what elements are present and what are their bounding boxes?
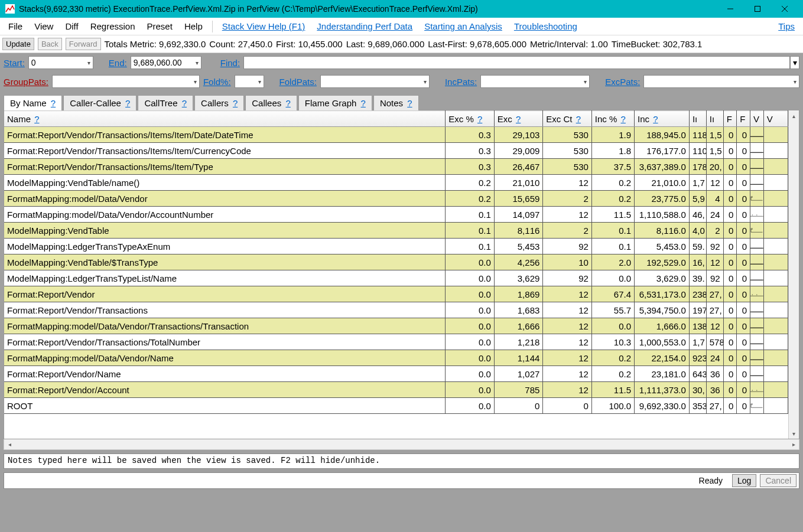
table-row[interactable]: ModelMapping:VendTable/$TransType0.04,25… bbox=[4, 254, 788, 270]
start-label[interactable]: Start: bbox=[4, 58, 25, 68]
table-row[interactable]: ModelMapping:LedgerTransTypeList/Name0.0… bbox=[4, 270, 788, 286]
cell-inc: 6,531,173.0 bbox=[635, 286, 690, 302]
menu-help[interactable]: Help bbox=[180, 19, 207, 34]
menu-view[interactable]: View bbox=[30, 19, 58, 34]
horizontal-scrollbar[interactable]: ◂ ▸ bbox=[4, 439, 799, 450]
table-row[interactable]: ModelMapping:LedgerTransTypeAxEnum0.15,4… bbox=[4, 239, 788, 254]
tab-callees[interactable]: Callees ? bbox=[245, 95, 297, 110]
end-label[interactable]: End: bbox=[109, 58, 127, 68]
table-row[interactable]: Format:Report/Vendor/Account0.07851211.5… bbox=[4, 382, 788, 398]
cell-exc-pct: 0.2 bbox=[446, 175, 495, 191]
tab-caller-callee[interactable]: Caller-Callee ? bbox=[63, 95, 136, 110]
cell-c7: 5,9 bbox=[689, 191, 706, 207]
table-row[interactable]: FormatMapping:model/Data/Vendor/AccountN… bbox=[4, 207, 788, 223]
maximize-button[interactable] bbox=[744, 0, 771, 18]
cell-name: ModelMapping:VendTable/name() bbox=[4, 175, 446, 191]
cell-spark bbox=[750, 318, 764, 334]
table-row[interactable]: Format:Report/Vendor/Transactions/Items/… bbox=[4, 127, 788, 143]
cell-inc-pct: 0.1 bbox=[591, 223, 634, 239]
find-input[interactable] bbox=[243, 56, 790, 69]
tab-notes[interactable]: Notes ? bbox=[373, 95, 419, 110]
grid-header-row[interactable]: Name ? Exc % ? Exc ? Exc Ct ? Inc % ? In… bbox=[4, 111, 788, 127]
table-row[interactable]: Format:Report/Vendor/Transactions0.01,68… bbox=[4, 302, 788, 318]
table-row[interactable]: FormatMapping:model/Data/Vendor0.215,659… bbox=[4, 191, 788, 207]
tab-callers[interactable]: Callers ? bbox=[194, 95, 244, 110]
cell-exc-pct: 0.0 bbox=[446, 398, 495, 414]
excpats-label[interactable]: ExcPats: bbox=[605, 77, 640, 87]
cell-name: ModelMapping:VendTable bbox=[4, 223, 446, 239]
forward-button[interactable]: Forward bbox=[66, 38, 101, 50]
start-input[interactable]: 0▾ bbox=[28, 56, 93, 69]
menu-file[interactable]: File bbox=[4, 19, 27, 34]
cell-c7: 39. bbox=[689, 270, 706, 286]
menu-diff[interactable]: Diff bbox=[60, 19, 83, 34]
status-ready: Ready bbox=[699, 476, 729, 485]
scroll-down-icon[interactable]: ▾ bbox=[789, 428, 799, 439]
cell-c12 bbox=[763, 175, 788, 191]
app-icon bbox=[5, 4, 15, 14]
chevron-down-icon: ▾ bbox=[790, 56, 799, 69]
cell-spark bbox=[750, 366, 764, 382]
grouppats-label[interactable]: GroupPats: bbox=[4, 77, 48, 87]
incpats-input[interactable]: ▾ bbox=[480, 75, 590, 88]
chevron-down-icon: ▾ bbox=[584, 79, 587, 85]
cell-c9: 0 bbox=[723, 366, 737, 382]
find-label[interactable]: Find: bbox=[220, 58, 240, 68]
foldpats-label[interactable]: FoldPats: bbox=[279, 77, 317, 87]
scroll-up-icon[interactable]: ▴ bbox=[789, 110, 799, 121]
col-c11: V bbox=[750, 111, 764, 127]
table-row[interactable]: ROOT0.000100.09,692,330.035327,00o bbox=[4, 398, 788, 414]
vertical-scrollbar[interactable]: ▴ ▾ bbox=[788, 110, 799, 439]
log-button[interactable]: Log bbox=[732, 474, 756, 487]
grouppats-input[interactable]: ▾ bbox=[52, 75, 200, 88]
table-row[interactable]: ModelMapping:VendTable/name()0.221,01012… bbox=[4, 175, 788, 191]
menu-regression[interactable]: Regression bbox=[86, 19, 140, 34]
cell-inc: 22,154.0 bbox=[635, 350, 690, 366]
link-starting-analysis[interactable]: Starting an Analysis bbox=[420, 19, 507, 34]
table-row[interactable]: Format:Report/Vendor/Transactions/TotalN… bbox=[4, 334, 788, 350]
table-row[interactable]: Format:Report/Vendor/Name0.01,027120.223… bbox=[4, 366, 788, 382]
cell-exc-pct: 0.1 bbox=[446, 239, 495, 254]
menu-preset[interactable]: Preset bbox=[142, 19, 177, 34]
link-stack-view-help[interactable]: Stack View Help (F1) bbox=[217, 19, 310, 34]
minimize-button[interactable] bbox=[717, 0, 744, 18]
titlebar[interactable]: Stacks(9,692,330 metric) ExecutionTrace.… bbox=[0, 0, 803, 18]
table-row[interactable]: Format:Report/Vendor/Transactions/Items/… bbox=[4, 159, 788, 175]
cell-c9: 0 bbox=[723, 207, 737, 223]
cell-c7: 110 bbox=[689, 143, 706, 159]
close-button[interactable] bbox=[771, 0, 798, 18]
data-grid[interactable]: Name ? Exc % ? Exc ? Exc Ct ? Inc % ? In… bbox=[4, 110, 788, 414]
update-button[interactable]: Update bbox=[2, 38, 34, 50]
scroll-left-icon[interactable]: ◂ bbox=[4, 441, 15, 448]
tab-flame-graph[interactable]: Flame Graph ? bbox=[298, 95, 372, 110]
end-input[interactable]: 9,689,060.00▾ bbox=[131, 56, 201, 69]
foldpats-input[interactable]: ▾ bbox=[320, 75, 430, 88]
app-window: Stacks(9,692,330 metric) ExecutionTrace.… bbox=[0, 0, 803, 532]
excpats-input[interactable]: ▾ bbox=[643, 75, 799, 88]
filter-row-2: GroupPats: ▾ Fold%: ▾ FoldPats: ▾ IncPat… bbox=[0, 72, 803, 91]
link-understanding-perf-data[interactable]: Jnderstanding Perf Data bbox=[312, 19, 417, 34]
link-troubleshooting[interactable]: Troubleshooting bbox=[509, 19, 582, 34]
tab-calltree[interactable]: CallTree ? bbox=[138, 95, 193, 110]
table-row[interactable]: ModelMapping:VendTable0.18,11620.18,116.… bbox=[4, 223, 788, 239]
incpats-label[interactable]: IncPats: bbox=[445, 77, 477, 87]
table-row[interactable]: Format:Report/Vendor0.01,8691267.46,531,… bbox=[4, 286, 788, 302]
cell-spark bbox=[750, 143, 764, 159]
cancel-button[interactable]: Cancel bbox=[760, 474, 797, 487]
cell-exc-ct: 12 bbox=[543, 175, 592, 191]
cell-c10: 0 bbox=[737, 175, 750, 191]
fold-label[interactable]: Fold%: bbox=[203, 77, 231, 87]
table-row[interactable]: FormatMapping:model/Data/Vendor/Transact… bbox=[4, 318, 788, 334]
col-exc: Exc ? bbox=[494, 111, 543, 127]
table-row[interactable]: Format:Report/Vendor/Transactions/Items/… bbox=[4, 143, 788, 159]
tab-by-name[interactable]: By Name ? bbox=[4, 95, 62, 110]
cell-exc-pct: 0.0 bbox=[446, 254, 495, 270]
cell-name: Format:Report/Vendor/Account bbox=[4, 382, 446, 398]
scroll-right-icon[interactable]: ▸ bbox=[788, 441, 799, 448]
notes-field[interactable]: Notes typed here will be saved when the … bbox=[4, 453, 799, 469]
link-tips[interactable]: Tips bbox=[773, 19, 799, 34]
back-button[interactable]: Back bbox=[38, 38, 62, 50]
fold-input[interactable]: ▾ bbox=[235, 75, 264, 88]
cell-exc-pct: 0.3 bbox=[446, 127, 495, 143]
table-row[interactable]: FormatMapping:model/Data/Vendor/Name0.01… bbox=[4, 350, 788, 366]
